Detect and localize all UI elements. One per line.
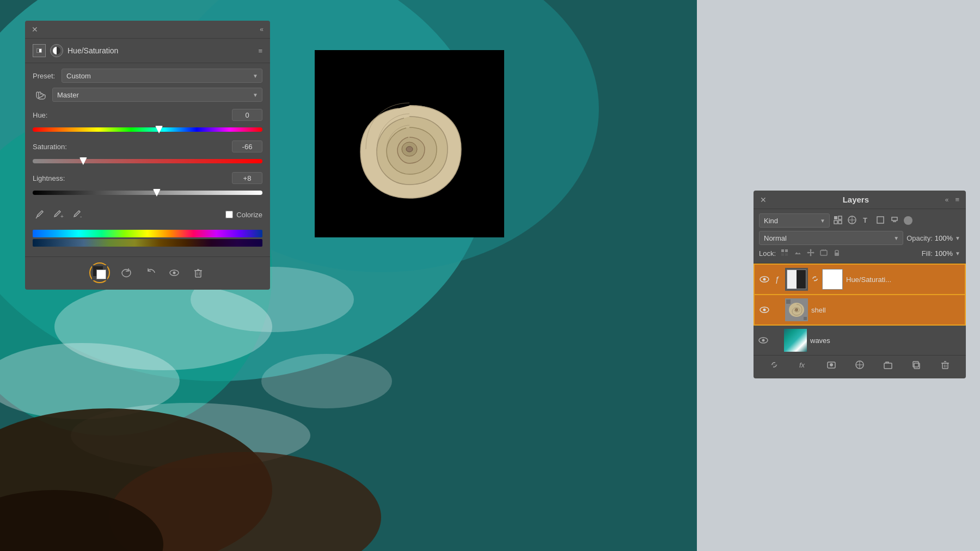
hand-tool-icon[interactable] <box>33 87 48 102</box>
adjustment-filter-icon[interactable] <box>847 215 857 226</box>
svg-rect-26 <box>781 249 784 252</box>
hue-track <box>33 127 262 132</box>
kind-row: Kind Name Effect Mode ▼ T <box>759 213 960 228</box>
lock-transparent-icon[interactable] <box>780 248 789 259</box>
filter-toggle-circle[interactable] <box>904 216 912 225</box>
hue-section: Hue: 0 <box>33 109 262 136</box>
layer-item-shell[interactable]: shell <box>754 295 966 326</box>
svg-rect-28 <box>781 253 784 256</box>
lock-position-icon[interactable] <box>806 248 815 259</box>
hue-sat-thumbnail <box>785 268 808 291</box>
properties-panel: ✕ « Hue/Saturation ≡ Preset: <box>25 21 270 290</box>
delete-layer-button[interactable] <box>940 360 950 370</box>
blend-opacity-row: Normal Dissolve Multiply Screen Overlay … <box>759 231 960 245</box>
properties-footer <box>25 256 270 285</box>
text-filter-icon[interactable]: T <box>861 215 871 226</box>
properties-body: Preset: Custom Default Cyanotype Sepia ▼ <box>25 63 270 256</box>
hue-value[interactable]: 0 <box>232 109 262 121</box>
shell-illustration <box>350 84 469 204</box>
link-layers-button[interactable] <box>769 360 779 370</box>
delete-button[interactable] <box>191 265 206 280</box>
layer-item-waves[interactable]: waves <box>754 326 966 355</box>
opacity-dropdown-arrow[interactable]: ▼ <box>955 235 960 241</box>
add-layer-style-button[interactable]: fx <box>798 360 807 370</box>
saturation-value[interactable]: -66 <box>232 140 262 152</box>
lightness-section: Lightness: +8 <box>33 172 262 199</box>
channel-select[interactable]: Master Reds Yellows Greens Cyans Blues M… <box>52 88 262 102</box>
svg-rect-18 <box>195 271 201 277</box>
layers-close-button[interactable]: ✕ <box>760 195 767 204</box>
layers-footer: fx <box>754 355 966 374</box>
eyedropper-button[interactable] <box>33 208 46 221</box>
lock-label: Lock: <box>759 249 776 258</box>
svg-rect-47 <box>942 363 948 369</box>
clip-to-layer-button[interactable] <box>89 262 110 283</box>
svg-text:+: + <box>60 213 64 219</box>
saturation-label: Saturation: <box>33 143 67 151</box>
layer-visibility-shell[interactable] <box>759 304 770 315</box>
pixel-filter-icon[interactable] <box>833 215 843 226</box>
preset-label: Preset: <box>33 72 57 80</box>
lock-artboard-icon[interactable] <box>819 248 828 259</box>
smart-filter-icon[interactable] <box>890 215 899 226</box>
add-mask-button[interactable] <box>826 360 836 370</box>
preset-select[interactable]: Custom Default Cyanotype Sepia <box>62 69 262 83</box>
properties-menu-button[interactable]: ≡ <box>258 47 262 55</box>
layer-visibility-hue-sat[interactable] <box>759 274 770 285</box>
svg-rect-31 <box>835 253 839 256</box>
undo-button[interactable] <box>143 265 158 280</box>
layers-collapse-button[interactable]: « <box>945 196 949 204</box>
svg-point-39 <box>762 339 765 342</box>
properties-titlebar: ✕ « <box>25 21 270 39</box>
create-group-button[interactable] <box>883 360 893 370</box>
fill-value[interactable]: 100% <box>935 249 953 258</box>
saturation-slider-container[interactable] <box>33 155 262 168</box>
shell-layer-name: shell <box>811 306 960 314</box>
properties-close-button[interactable]: ✕ <box>32 25 38 34</box>
hue-sat-panel-icon <box>50 44 63 57</box>
svg-point-37 <box>795 308 798 311</box>
layers-menu-button[interactable]: ≡ <box>955 195 959 204</box>
channel-row: Master Reds Yellows Greens Cyans Blues M… <box>33 87 262 102</box>
add-new-layer-button[interactable] <box>912 360 922 370</box>
svg-rect-20 <box>838 216 842 219</box>
opacity-label: Opacity: <box>906 234 933 242</box>
lightness-value[interactable]: +8 <box>232 172 262 184</box>
hue-slider-container[interactable] <box>33 123 262 136</box>
colorize-label: Colorize <box>236 211 262 219</box>
svg-rect-19 <box>834 216 837 219</box>
lock-image-icon[interactable] <box>793 248 802 259</box>
lock-icons <box>780 248 917 259</box>
eyedropper-plus-button[interactable]: + <box>52 208 65 221</box>
saturation-section: Saturation: -66 <box>33 140 262 168</box>
canvas-preview <box>315 50 504 237</box>
spectrum-top-bar <box>33 230 262 237</box>
colorize-checkbox[interactable] <box>225 211 233 218</box>
kind-select[interactable]: Kind Name Effect Mode <box>759 213 830 228</box>
blend-mode-select[interactable]: Normal Dissolve Multiply Screen Overlay <box>759 231 903 245</box>
reset-adjustment-button[interactable] <box>119 265 134 280</box>
layers-titlebar: ✕ Layers « ≡ <box>754 191 966 209</box>
svg-point-35 <box>763 309 766 311</box>
fill-dropdown-arrow[interactable]: ▼ <box>955 250 960 256</box>
layers-panel-title: Layers <box>843 195 869 204</box>
opacity-value[interactable]: 100% <box>935 234 953 242</box>
properties-header-left: Hue/Saturation <box>33 44 118 57</box>
layer-visibility-waves[interactable] <box>758 335 769 346</box>
layer-item-hue-sat[interactable]: ƒ Hue/Saturati... <box>754 264 966 295</box>
layer-connector-hue-sat: ƒ <box>773 275 782 284</box>
eyedropper-minus-button[interactable]: - <box>72 208 85 221</box>
svg-text:T: T <box>863 216 867 224</box>
properties-collapse-button[interactable]: « <box>260 26 264 33</box>
svg-point-13 <box>406 146 413 152</box>
properties-header: Hue/Saturation ≡ <box>25 39 270 63</box>
visibility-button[interactable] <box>167 265 182 280</box>
opacity-section: Opacity: 100% ▼ <box>906 234 960 242</box>
fill-label: Fill: <box>922 249 933 258</box>
clip-button-inner <box>92 265 107 280</box>
hue-row: Hue: 0 <box>33 109 262 121</box>
lightness-slider-container[interactable] <box>33 186 262 199</box>
add-adjustment-button[interactable] <box>855 360 865 370</box>
lock-all-icon[interactable] <box>832 248 841 259</box>
shape-filter-icon[interactable] <box>875 215 885 226</box>
